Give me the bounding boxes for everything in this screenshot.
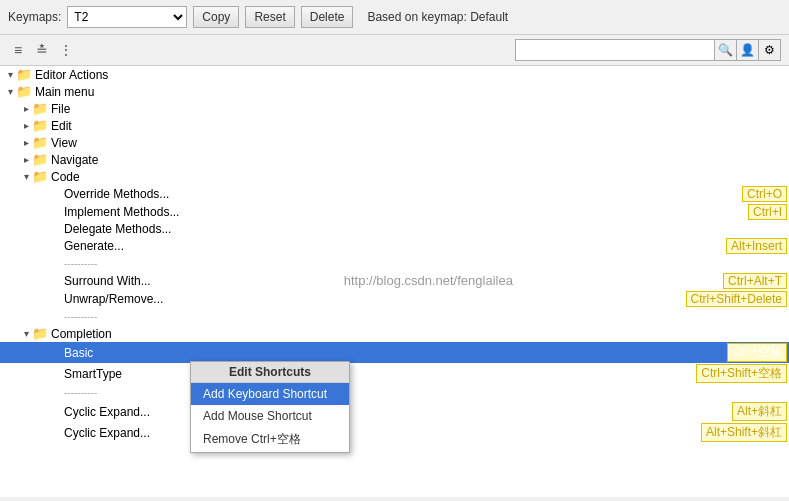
toolbar: ≡ ≛ ⋮ 🔍 👤 ⚙	[0, 35, 789, 66]
shortcut-badge: Ctrl+Shift+空格	[696, 364, 787, 383]
context-menu-item[interactable]: Remove Ctrl+空格	[191, 427, 349, 452]
folder-icon: 📁	[32, 326, 48, 341]
item-label: Implement Methods...	[64, 205, 748, 219]
toolbar-icon-2[interactable]: ≛	[32, 40, 52, 60]
delete-button[interactable]: Delete	[301, 6, 354, 28]
tree-item-cyclic2[interactable]: Cyclic Expand...Alt+Shift+斜杠	[0, 422, 789, 443]
keymap-select[interactable]: T2	[67, 6, 187, 28]
tree-item-editor-actions[interactable]: ▾📁Editor Actions	[0, 66, 789, 83]
tree-item-surround[interactable]: Surround With...Ctrl+Alt+T	[0, 272, 789, 290]
tree-item-implement[interactable]: Implement Methods...Ctrl+I	[0, 203, 789, 221]
shortcut-badge: Ctrl+Alt+T	[723, 273, 787, 289]
folder-icon: 📁	[32, 169, 48, 184]
tree-item-completion[interactable]: ▾📁Completion	[0, 325, 789, 342]
shortcut-badge: Ctrl+Shift+Delete	[686, 291, 787, 307]
search-bar: 🔍 👤 ⚙	[515, 39, 781, 61]
tree-item-smarttype[interactable]: SmartTypeCtrl+Shift+空格	[0, 363, 789, 384]
tree-item-main-menu[interactable]: ▾📁Main menu	[0, 83, 789, 100]
expand-icon[interactable]: ▾	[20, 171, 32, 182]
keymap-label: Keymaps:	[8, 10, 61, 24]
tree-item-cyclic1[interactable]: Cyclic Expand...Alt+斜杠	[0, 401, 789, 422]
expand-icon[interactable]: ▸	[20, 120, 32, 131]
folder-icon: 📁	[32, 135, 48, 150]
user-icon[interactable]: 👤	[737, 39, 759, 61]
context-menu-header: Edit Shortcuts	[191, 362, 349, 383]
shortcut-badge: Ctrl+O	[742, 186, 787, 202]
item-label: Completion	[51, 327, 789, 341]
expand-icon[interactable]: ▾	[20, 328, 32, 339]
shortcut-badge: Alt+Shift+斜杠	[701, 423, 787, 442]
tree-item-override[interactable]: Override Methods...Ctrl+O	[0, 185, 789, 203]
expand-icon[interactable]: ▾	[4, 69, 16, 80]
separator: ----------	[64, 256, 789, 271]
copy-button[interactable]: Copy	[193, 6, 239, 28]
tree-item-unwrap[interactable]: Unwrap/Remove...Ctrl+Shift+Delete	[0, 290, 789, 308]
tree-item-edit[interactable]: ▸📁Edit	[0, 117, 789, 134]
shortcut-badge: Alt+斜杠	[732, 402, 787, 421]
item-label: Editor Actions	[35, 68, 789, 82]
item-label: Code	[51, 170, 789, 184]
item-label: File	[51, 102, 789, 116]
item-label: SmartType	[64, 367, 696, 381]
item-label: Main menu	[35, 85, 789, 99]
item-label: Navigate	[51, 153, 789, 167]
expand-icon[interactable]: ▸	[20, 154, 32, 165]
expand-icon[interactable]: ▸	[20, 137, 32, 148]
item-label: Surround With...	[64, 274, 723, 288]
folder-icon: 📁	[32, 101, 48, 116]
tree-item-sep2[interactable]: ----------	[0, 308, 789, 325]
separator: ----------	[64, 309, 789, 324]
item-label: View	[51, 136, 789, 150]
folder-icon: 📁	[32, 118, 48, 133]
tree-item-delegate[interactable]: Delegate Methods...	[0, 221, 789, 237]
tree-panel: ▾📁Editor Actions▾📁Main menu▸📁File▸📁Edit▸…	[0, 66, 789, 497]
shortcut-badge: Ctrl+I	[748, 204, 787, 220]
based-text: Based on keymap: Default	[367, 10, 508, 24]
tree-item-view[interactable]: ▸📁View	[0, 134, 789, 151]
search-input[interactable]	[515, 39, 715, 61]
toolbar-icon-1[interactable]: ≡	[8, 40, 28, 60]
context-menu-item[interactable]: Add Mouse Shortcut	[191, 405, 349, 427]
item-label: Unwrap/Remove...	[64, 292, 686, 306]
expand-icon[interactable]: ▸	[20, 103, 32, 114]
tree-item-navigate[interactable]: ▸📁Navigate	[0, 151, 789, 168]
folder-icon: 📁	[32, 152, 48, 167]
tree-item-basic[interactable]: BasicCtrl+空格	[0, 342, 789, 363]
item-label: Cyclic Expand...	[64, 405, 732, 419]
folder-icon: 📁	[16, 84, 32, 99]
expand-icon[interactable]: ▾	[4, 86, 16, 97]
tree-item-sep3[interactable]: ----------	[0, 384, 789, 401]
context-menu: Edit ShortcutsAdd Keyboard ShortcutAdd M…	[190, 361, 350, 453]
tree-item-code[interactable]: ▾📁Code	[0, 168, 789, 185]
item-label: Basic	[64, 346, 727, 360]
item-label: Edit	[51, 119, 789, 133]
shortcut-badge: Alt+Insert	[726, 238, 787, 254]
search-icon[interactable]: 🔍	[715, 39, 737, 61]
item-label: Generate...	[64, 239, 726, 253]
reset-button[interactable]: Reset	[245, 6, 294, 28]
settings-icon[interactable]: ⚙	[759, 39, 781, 61]
context-menu-item[interactable]: Add Keyboard Shortcut	[191, 383, 349, 405]
top-bar: Keymaps: T2 Copy Reset Delete Based on k…	[0, 0, 789, 35]
main-content: ▾📁Editor Actions▾📁Main menu▸📁File▸📁Edit▸…	[0, 66, 789, 497]
tree-item-generate[interactable]: Generate...Alt+Insert	[0, 237, 789, 255]
item-label: Delegate Methods...	[64, 222, 789, 236]
separator: ----------	[64, 385, 789, 400]
tree-item-sep1[interactable]: ----------	[0, 255, 789, 272]
item-label: Override Methods...	[64, 187, 742, 201]
folder-icon: 📁	[16, 67, 32, 82]
tree-item-file[interactable]: ▸📁File	[0, 100, 789, 117]
shortcut-badge: Ctrl+空格	[727, 343, 787, 362]
item-label: Cyclic Expand...	[64, 426, 701, 440]
toolbar-icon-3[interactable]: ⋮	[56, 40, 76, 60]
